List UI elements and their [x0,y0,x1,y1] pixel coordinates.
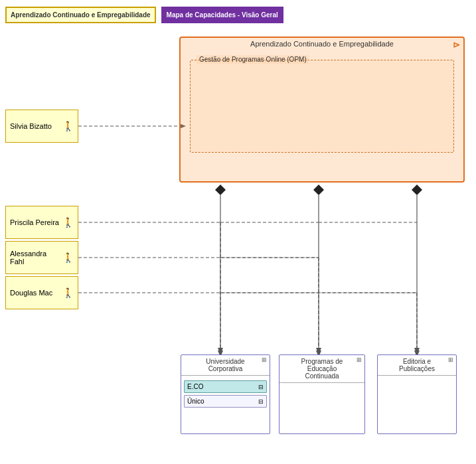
component-editoria-icon: ⊞ [448,356,453,363]
svg-marker-12 [313,185,324,195]
component-sub-eco-label: E.CO [187,383,203,390]
actor-priscila-icon: 🚶 [62,217,74,228]
actor-priscila: Priscila Pereira 🚶 [5,206,78,239]
actor-douglas-label: Douglas Mac [10,289,52,297]
svg-marker-15 [218,348,223,354]
sub-container-label: Gestão de Programas Online (OPM) [197,55,309,64]
component-programas-icon: ⊞ [357,356,362,363]
component-sub-eco-icon: ⊟ [258,384,264,390]
actor-alessandra: Alessandra Fahl 🚶 [5,241,78,274]
svg-marker-13 [412,185,422,195]
main-container-title: Aprendizado Continuado e Empregabilidade [186,40,458,48]
legend-box-yellow: Aprendizado Continuado e Empregabilidade [5,7,156,23]
component-sub-eco: E.CO ⊟ [184,380,267,393]
actor-silvia: Silvia Bizatto 🚶 [5,110,78,143]
actor-silvia-icon: 🚶 [62,121,74,131]
actor-douglas: Douglas Mac 🚶 [5,276,78,309]
component-sub-unico: Único ⊟ [184,395,267,408]
component-editoria-content [378,376,456,381]
svg-marker-17 [316,348,321,354]
component-programas: Programas deEducaçãoContinuada ⊞ [279,354,365,434]
sub-container [190,60,454,153]
actor-silvia-label: Silvia Bizatto [10,122,52,130]
container-arrow-icon: ⊳ [453,40,460,50]
actor-priscila-label: Priscila Pereira [10,218,59,226]
svg-marker-11 [215,185,226,195]
component-sub-unico-label: Único [187,398,204,405]
component-editoria-title: Editoria ePublicações ⊞ [378,355,456,376]
svg-marker-19 [414,348,420,354]
actor-douglas-icon: 🚶 [62,287,74,298]
legend: Aprendizado Continuado e Empregabilidade… [5,7,283,23]
component-universidade-title: UniversidadeCorporativa ⊞ [181,355,270,376]
component-programas-title: Programas deEducaçãoContinuada ⊞ [279,355,364,383]
component-editoria: Editoria ePublicações ⊞ [377,354,457,434]
component-universidade-content: E.CO ⊟ Único ⊟ [181,376,270,412]
component-sub-unico-icon: ⊟ [258,398,264,405]
actor-alessandra-icon: 🚶 [62,252,74,263]
component-universidade: UniversidadeCorporativa ⊞ E.CO ⊟ Único ⊟ [181,354,270,434]
actor-alessandra-label: Alessandra Fahl [10,250,62,266]
component-programas-content [279,383,364,388]
legend-box-purple: Mapa de Capacidades - Visão Geral [161,7,283,23]
component-universidade-icon: ⊞ [262,356,267,363]
